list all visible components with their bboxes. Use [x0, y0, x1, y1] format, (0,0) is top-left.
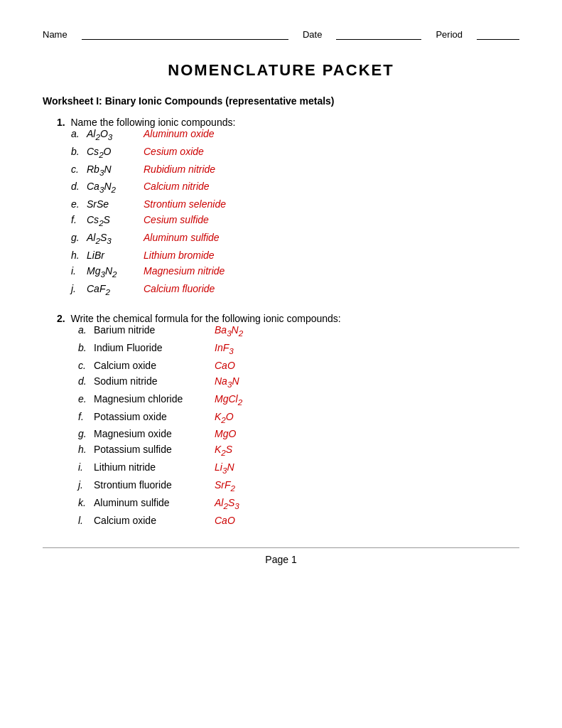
q1-item-label: j.: [71, 283, 87, 294]
q1-item-h: h. LiBr Lithium bromide: [71, 250, 519, 261]
q1-item-g: g. Al2S3 Aluminum sulfide: [71, 232, 519, 245]
q2-item-d: d. Sodium nitride Na3N: [78, 375, 519, 389]
q2-item-j: j. Strontium fluoride SrF2: [78, 479, 519, 493]
q1-item-b: b. Cs2O Cesium oxide: [71, 146, 519, 159]
q2-item-label: d.: [78, 375, 94, 387]
q1-answer: Aluminum oxide: [144, 128, 215, 139]
q2-item-b: b. Indium Fluoride InF3: [78, 342, 519, 355]
q2-compound: Potassium sulfide: [94, 444, 215, 455]
q2-compound: Barium nitride: [94, 324, 215, 336]
q1-formula: SrSe: [87, 198, 144, 210]
q1-answer: Calcium nitride: [144, 181, 210, 192]
q1-item-label: h.: [71, 250, 87, 261]
q2-compound: Sodium nitride: [94, 375, 215, 387]
q2-item-k: k. Aluminum sulfide Al2S3: [78, 497, 519, 510]
q1-item-label: i.: [71, 265, 87, 277]
q1-formula: CaF2: [87, 283, 144, 296]
q2-item-h: h. Potassium sulfide K2S: [78, 444, 519, 457]
q2-list: a. Barium nitride Ba3N2 b. Indium Fluori…: [43, 324, 519, 525]
q1-formula: Al2O3: [87, 128, 144, 141]
q1-item-label: g.: [71, 232, 87, 243]
q2-item-label: i.: [78, 461, 94, 473]
q1-answer: Calcium fluoride: [144, 283, 215, 294]
q2-compound: Aluminum sulfide: [94, 497, 215, 508]
q2-item-label: f.: [78, 411, 94, 422]
q2-item-label: h.: [78, 444, 94, 455]
q2-compound: Lithium nitride: [94, 461, 215, 473]
q1-answer: Lithium bromide: [144, 250, 215, 261]
q1-formula: LiBr: [87, 250, 144, 261]
page-footer: Page 1: [43, 547, 519, 565]
q2-answer: Na3N: [215, 375, 239, 389]
q1-item-c: c. Rb3N Rubidium nitride: [71, 164, 519, 177]
q2-item-g: g. Magnesium oxide MgO: [78, 428, 519, 439]
q2-answer: Li3N: [215, 461, 234, 475]
q2-item-a: a. Barium nitride Ba3N2: [78, 324, 519, 338]
question-1-block: 1. Name the following ionic compounds: a…: [43, 117, 519, 296]
q2-answer: Al2S3: [215, 497, 239, 510]
q1-item-label: e.: [71, 198, 87, 210]
period-label: Period: [436, 29, 463, 40]
q2-compound: Magnesium oxide: [94, 428, 215, 439]
question-2-text: 2. Write the chemical formula for the fo…: [43, 313, 519, 324]
q1-item-label: a.: [71, 128, 87, 139]
name-field[interactable]: [82, 28, 288, 40]
date-label: Date: [303, 29, 322, 40]
q1-answer: Cesium oxide: [144, 146, 204, 157]
q2-answer: InF3: [215, 342, 234, 355]
q1-item-d: d. Ca3N2 Calcium nitride: [71, 181, 519, 194]
q2-item-label: a.: [78, 324, 94, 336]
q1-item-e: e. SrSe Strontium selenide: [71, 198, 519, 210]
question-2-block: 2. Write the chemical formula for the fo…: [43, 313, 519, 525]
q1-answer: Cesium sulfide: [144, 214, 209, 225]
q1-item-j: j. CaF2 Calcium fluoride: [71, 283, 519, 296]
q2-item-label: l.: [78, 515, 94, 526]
q1-item-a: a. Al2O3 Aluminum oxide: [71, 128, 519, 141]
q2-item-label: e.: [78, 393, 94, 405]
q2-item-i: i. Lithium nitride Li3N: [78, 461, 519, 475]
q2-item-f: f. Potassium oxide K2O: [78, 411, 519, 424]
q2-compound: Strontium fluoride: [94, 479, 215, 491]
question-1-text: 1. Name the following ionic compounds:: [43, 117, 519, 128]
q1-answer: Strontium selenide: [144, 198, 226, 210]
q2-compound: Calcium oxide: [94, 360, 215, 371]
q1-formula: Cs2S: [87, 214, 144, 228]
q2-item-c: c. Calcium oxide CaO: [78, 360, 519, 371]
q1-formula: Cs2O: [87, 146, 144, 159]
q1-formula: Ca3N2: [87, 181, 144, 194]
q1-list: a. Al2O3 Aluminum oxide b. Cs2O Cesium o…: [43, 128, 519, 296]
q1-item-label: f.: [71, 214, 87, 225]
q2-item-label: k.: [78, 497, 94, 508]
q1-item-label: c.: [71, 164, 87, 175]
q2-answer: CaO: [215, 360, 235, 371]
q2-answer: K2S: [215, 444, 232, 457]
q2-item-e: e. Magnesium chloride MgCl2: [78, 393, 519, 407]
date-field[interactable]: [336, 28, 421, 40]
q1-item-label: d.: [71, 181, 87, 192]
q2-compound: Indium Fluoride: [94, 342, 215, 353]
q2-answer: Ba3N2: [215, 324, 243, 338]
q1-formula: Mg3N2: [87, 265, 144, 279]
period-field[interactable]: [477, 28, 519, 40]
q2-answer: MgO: [215, 428, 236, 439]
q2-item-label: j.: [78, 479, 94, 491]
q2-compound: Calcium oxide: [94, 515, 215, 526]
q2-item-label: g.: [78, 428, 94, 439]
q1-item-label: b.: [71, 146, 87, 157]
q2-item-l: l. Calcium oxide CaO: [78, 515, 519, 526]
q1-answer: Rubidium nitride: [144, 164, 215, 175]
header-row: Name Date Period: [43, 28, 519, 40]
q2-answer: SrF2: [215, 479, 235, 493]
q2-item-label: c.: [78, 360, 94, 371]
q1-answer: Magnesium nitride: [144, 265, 225, 277]
q2-compound: Potassium oxide: [94, 411, 215, 422]
q2-answer: K2O: [215, 411, 234, 424]
q1-answer: Aluminum sulfide: [144, 232, 220, 243]
q2-compound: Magnesium chloride: [94, 393, 215, 405]
q2-answer: CaO: [215, 515, 235, 526]
q1-formula: Rb3N: [87, 164, 144, 177]
worksheet-title: Worksheet I: Binary Ionic Compounds (rep…: [43, 95, 519, 107]
page-title: NOMENCLATURE PACKET: [43, 61, 519, 80]
name-label: Name: [43, 29, 67, 40]
q1-formula: Al2S3: [87, 232, 144, 245]
